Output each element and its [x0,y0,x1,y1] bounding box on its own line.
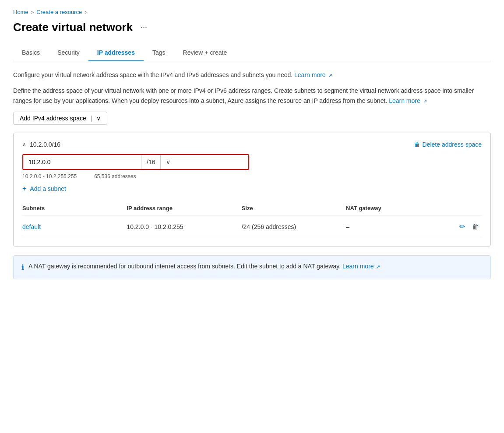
delete-icon: 🗑 [414,141,420,148]
learn-more-link-1[interactable]: Learn more ↗ [294,71,332,78]
description-2: Define the address space of your virtual… [13,86,491,106]
add-ipv4-address-space-button[interactable]: Add IPv4 address space | ∨ [13,112,107,125]
tab-tags[interactable]: Tags [144,45,174,61]
address-space-cidr: 10.2.0.0/16 [30,141,60,148]
more-options-button[interactable]: ··· [138,22,150,33]
th-nat-gateway: NAT gateway [346,201,440,215]
cidr-dropdown[interactable]: ∨ [161,155,248,169]
subnet-edit-button[interactable]: ✏ [457,221,468,232]
table-row: default 10.2.0.0 - 10.2.0.255 /24 (256 a… [22,215,482,238]
add-subnet-label: Add a subnet [30,185,66,192]
ip-range: 10.2.0.0 - 10.2.255.255 [22,173,77,180]
subnet-actions-cell: ✏ 🗑 [440,215,482,238]
info-banner: ℹ A NAT gateway is recommended for outbo… [13,255,491,279]
cidr-prefix-badge: /16 [141,155,161,169]
th-subnets: Subnets [22,201,127,215]
subnets-table: Subnets IP address range Size NAT gatewa… [22,201,482,238]
tabs-bar: Basics Security IP addresses Tags Review… [13,45,491,61]
external-link-icon-3: ↗ [376,264,380,269]
ip-range-text: 10.2.0.0 - 10.2.255.255 65,536 addresses [22,173,482,180]
delete-label: Delete address space [423,141,482,148]
page-title-row: Create virtual network ··· [13,21,491,34]
breadcrumb-sep1: > [31,10,34,15]
tab-basics[interactable]: Basics [13,45,49,61]
address-space-title: ∧ 10.2.0.0/16 [22,141,60,148]
ip-address-input[interactable] [23,155,141,169]
subnet-name-link[interactable]: default [22,223,41,230]
table-header-row: Subnets IP address range Size NAT gatewa… [22,201,482,215]
th-actions [440,201,482,215]
th-size: Size [242,201,346,215]
learn-more-link-2[interactable]: Learn more ↗ [389,97,426,104]
tab-security[interactable]: Security [49,45,88,61]
breadcrumb: Home > Create a resource > [13,9,491,15]
divider-pipe: | [91,115,92,122]
address-count: 65,536 addresses [94,173,136,180]
breadcrumb-create-resource[interactable]: Create a resource [36,9,82,15]
plus-icon: + [22,185,26,193]
subnet-ip-range-cell: 10.2.0.0 - 10.2.0.255 [127,215,241,238]
chevron-down-icon-2: ∨ [166,158,170,165]
external-link-icon-2: ↗ [423,99,427,104]
ip-input-row: /16 ∨ [22,154,249,170]
delete-address-space-button[interactable]: 🗑 Delete address space [414,141,482,148]
address-space-header: ∧ 10.2.0.0/16 🗑 Delete address space [22,141,482,148]
th-ip-range: IP address range [127,201,241,215]
breadcrumb-sep2: > [85,10,87,15]
tab-review-create[interactable]: Review + create [174,45,236,61]
info-circle-icon: ℹ [21,262,24,273]
subnet-name-cell: default [22,215,127,238]
info-banner-text: A NAT gateway is recommended for outboun… [28,262,380,271]
description-1: Configure your virtual network address s… [13,70,491,80]
info-learn-more-link[interactable]: Learn more ↗ [342,263,380,270]
add-ipv4-label: Add IPv4 address space [20,115,86,122]
subnet-nat-cell: – [346,215,440,238]
subnet-delete-button[interactable]: 🗑 [469,221,482,232]
external-link-icon-1: ↗ [328,73,332,78]
breadcrumb-home[interactable]: Home [13,9,28,15]
chevron-down-icon: ∨ [96,115,101,122]
page-title: Create virtual network [13,21,133,34]
tab-ip-addresses[interactable]: IP addresses [88,45,144,61]
add-subnet-row[interactable]: + Add a subnet [22,185,482,193]
subnet-size-cell: /24 (256 addresses) [242,215,346,238]
chevron-up-icon[interactable]: ∧ [22,141,26,148]
address-space-container: ∧ 10.2.0.0/16 🗑 Delete address space /16… [13,133,491,246]
